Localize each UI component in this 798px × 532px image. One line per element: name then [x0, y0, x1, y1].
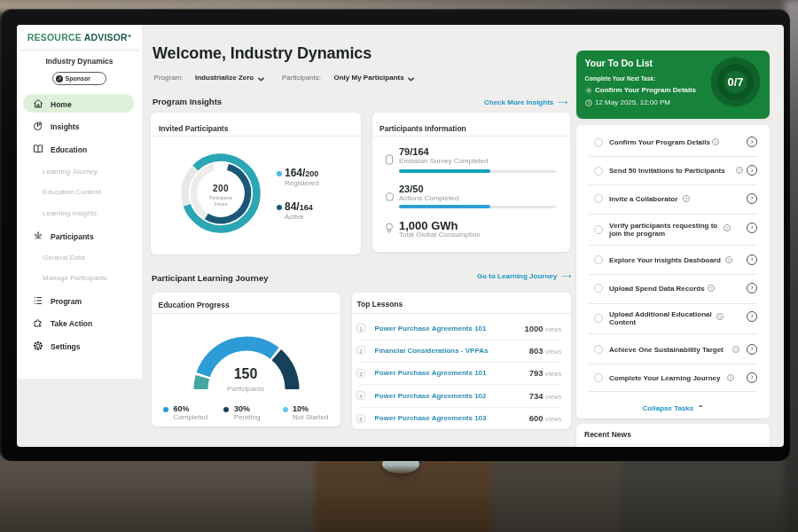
- svg-text:0/7: 0/7: [727, 75, 743, 89]
- svg-text:Participants: Participants: [209, 195, 233, 200]
- svg-text:200: 200: [213, 184, 229, 193]
- svg-text:Invited: Invited: [215, 201, 228, 207]
